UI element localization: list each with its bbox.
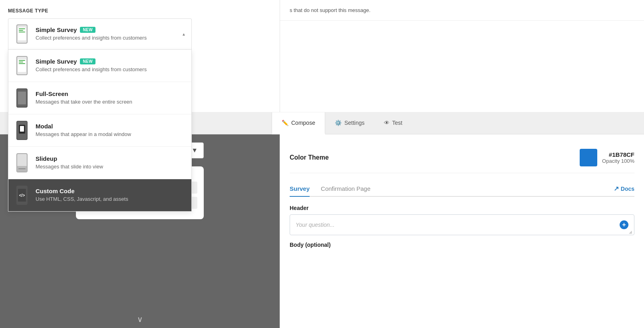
docs-link-label: Docs [621, 186, 634, 192]
dropdown-item-simple-survey[interactable]: Simple Survey NEW Collect preferences an… [8, 50, 191, 82]
right-panel: s that do not support this message. [280, 0, 644, 112]
new-badge: NEW [80, 27, 95, 33]
resize-handle[interactable]: ◢ [629, 230, 633, 234]
tab-settings[interactable]: ⚙️ Settings [325, 112, 374, 134]
selected-item-text: Simple Survey NEW Collect preferences an… [36, 26, 182, 42]
modal-title: Modal [36, 123, 186, 130]
dropdown-item-custom-code[interactable]: </> Custom Code Use HTML, CSS, Javascrip… [8, 179, 191, 211]
selected-item-desc: Collect preferences and insights from cu… [36, 34, 182, 42]
inner-tab-survey[interactable]: Survey [290, 181, 310, 197]
slideup-icon [14, 152, 30, 173]
custom-code-title: Custom Code [36, 188, 186, 194]
docs-link[interactable]: ↗ Docs [614, 185, 634, 192]
inner-tab-confirmation[interactable]: Confirmation Page [321, 181, 370, 197]
header-label: Header [290, 205, 634, 211]
tab-settings-label: Settings [344, 120, 365, 126]
selected-item-title: Simple Survey NEW [36, 26, 182, 33]
pencil-icon: ✏️ [282, 120, 288, 126]
simple-survey-text: Simple Survey NEW Collect preferences an… [36, 58, 186, 73]
preview-bottom-chevron: ∨ [76, 310, 204, 328]
fullscreen-text: Full-Screen Messages that take over the … [36, 90, 186, 106]
bg-message: s that do not support this message. [280, 0, 644, 21]
slideup-desc: Messages that slide into view [36, 163, 186, 170]
dropdown-list: Simple Survey NEW Collect preferences an… [8, 50, 192, 212]
modal-icon [14, 120, 30, 141]
code-brackets-icon: </> [18, 189, 26, 202]
simple-survey-desc: Collect preferences and insights from cu… [36, 66, 186, 73]
color-info: #1B78CF Opacity 100% [602, 151, 634, 164]
header-input[interactable]: Your question... + ◢ [290, 214, 634, 235]
preview-dropdown-chevron: ▼ [191, 147, 198, 154]
fullscreen-desc: Messages that take over the entire scree… [36, 98, 186, 106]
color-hex: #1B78CF [602, 151, 634, 158]
modal-desc: Messages that appear in a modal window [36, 131, 186, 138]
slideup-text: Slideup Messages that slide into view [36, 155, 186, 170]
slideup-title: Slideup [36, 155, 186, 162]
bg-message-link[interactable]: s that do not support this message. [290, 7, 370, 13]
gear-icon: ⚙️ [335, 120, 342, 126]
tab-test[interactable]: 👁 Test [374, 112, 412, 134]
color-swatch-group: #1B78CF Opacity 100% [580, 149, 634, 166]
dropdown-selected-item[interactable]: Simple Survey NEW Collect preferences an… [8, 18, 192, 50]
simple-survey-title: Simple Survey NEW [36, 58, 186, 65]
inner-tabs: Survey Confirmation Page ↗ Docs [290, 181, 634, 197]
tab-compose[interactable]: ✏️ Compose [272, 112, 325, 134]
selected-icon [14, 24, 30, 44]
dropdown-item-fullscreen[interactable]: Full-Screen Messages that take over the … [8, 82, 191, 114]
body-label: Body (optional) [290, 242, 634, 248]
message-type-dropdown[interactable]: Simple Survey NEW Collect preferences an… [8, 18, 192, 50]
simple-survey-icon [14, 55, 30, 76]
fullscreen-icon [14, 88, 30, 108]
eye-icon: 👁 [384, 120, 390, 126]
color-theme-section: Color Theme #1B78CF Opacity 100% [290, 142, 634, 173]
dropdown-item-modal[interactable]: Modal Messages that appear in a modal wi… [8, 114, 191, 147]
modal-text: Modal Messages that appear in a modal wi… [36, 123, 186, 138]
color-theme-label: Color Theme [290, 154, 329, 161]
custom-code-desc: Use HTML, CSS, Javascript, and assets [36, 196, 186, 203]
message-type-label: MESSAGE TYPE [8, 8, 272, 14]
external-link-icon: ↗ [614, 185, 619, 192]
custom-code-icon-wrapper: </> [14, 185, 30, 206]
fullscreen-title: Full-Screen [36, 90, 186, 97]
dropdown-arrow-up: ▲ [182, 32, 186, 36]
custom-code-text: Custom Code Use HTML, CSS, Javascript, a… [36, 188, 186, 203]
color-swatch[interactable] [580, 149, 597, 166]
dropdown-item-slideup[interactable]: Slideup Messages that slide into view [8, 147, 191, 179]
tab-compose-label: Compose [291, 120, 315, 126]
color-opacity: Opacity 100% [602, 158, 634, 164]
tab-test-label: Test [392, 120, 403, 126]
header-placeholder: Your question... [296, 222, 334, 228]
header-add-button[interactable]: + [620, 220, 628, 229]
simple-survey-badge: NEW [80, 58, 95, 64]
compose-panel: Color Theme #1B78CF Opacity 100% Survey … [280, 134, 644, 328]
